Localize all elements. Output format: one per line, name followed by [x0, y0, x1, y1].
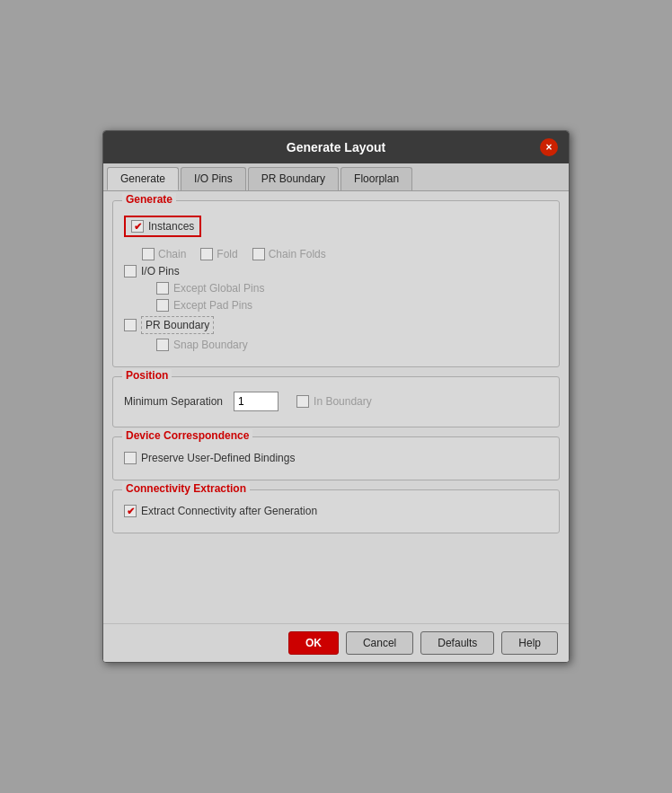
device-correspondence-title: Device Correspondence: [122, 429, 252, 442]
generate-section-body: Instances Chain Fold Chain Fold: [124, 216, 548, 351]
preserve-bindings-row: Preserve User-Defined Bindings: [124, 452, 548, 464]
instances-checkbox-wrap[interactable]: Instances: [124, 216, 201, 237]
in-boundary-label: In Boundary: [314, 395, 372, 408]
pr-boundary-checkbox[interactable]: [124, 319, 137, 331]
snap-boundary-checkbox[interactable]: [156, 339, 169, 351]
close-button[interactable]: ×: [540, 138, 558, 156]
cancel-button[interactable]: Cancel: [346, 631, 413, 655]
fold-checkbox-wrap[interactable]: Fold: [200, 248, 237, 260]
extract-connectivity-row: Extract Connectivity after Generation: [124, 505, 548, 517]
ok-button[interactable]: OK: [288, 631, 339, 655]
chain-checkbox[interactable]: [142, 248, 155, 260]
min-sep-input[interactable]: [234, 392, 279, 411]
chain-checkbox-wrap[interactable]: Chain: [142, 248, 186, 260]
generate-layout-dialog: Generate Layout × Generate I/O Pins PR B…: [102, 130, 570, 663]
io-pins-label: I/O Pins: [141, 265, 180, 278]
pr-boundary-checkbox-wrap[interactable]: PR Boundary: [124, 316, 214, 334]
position-section-body: Minimum Separation In Boundary: [124, 392, 548, 411]
dialog-content: Generate Instances Chain: [103, 191, 569, 623]
position-section: Position Minimum Separation In Boundary: [112, 376, 560, 427]
connectivity-extraction-body: Extract Connectivity after Generation: [124, 505, 548, 517]
tabs-bar: Generate I/O Pins PR Boundary Floorplan: [103, 163, 569, 191]
snap-boundary-label: Snap Boundary: [173, 339, 248, 351]
chain-folds-checkbox-wrap[interactable]: Chain Folds: [252, 248, 326, 260]
position-section-title: Position: [122, 369, 172, 382]
device-correspondence-section: Device Correspondence Preserve User-Defi…: [112, 436, 560, 480]
connectivity-extraction-section: Connectivity Extraction Extract Connecti…: [112, 489, 560, 533]
help-button[interactable]: Help: [501, 631, 558, 655]
tab-pr-boundary[interactable]: PR Boundary: [248, 167, 339, 190]
pr-boundary-label: PR Boundary: [141, 316, 214, 334]
in-boundary-checkbox[interactable]: [296, 395, 309, 408]
in-boundary-checkbox-wrap[interactable]: In Boundary: [296, 395, 372, 408]
instances-row: Instances: [124, 216, 548, 242]
io-pins-row: I/O Pins: [124, 265, 548, 278]
extract-connectivity-checkbox[interactable]: [124, 505, 137, 517]
min-sep-row: Minimum Separation In Boundary: [124, 392, 548, 411]
except-pad-pins-row: Except Pad Pins: [124, 299, 548, 312]
min-sep-label: Minimum Separation: [124, 395, 223, 408]
except-global-pins-row: Except Global Pins: [124, 282, 548, 295]
tab-io-pins[interactable]: I/O Pins: [181, 167, 246, 190]
except-global-pins-checkbox-wrap[interactable]: Except Global Pins: [156, 282, 264, 295]
except-pad-pins-label: Except Pad Pins: [173, 299, 252, 312]
connectivity-extraction-title: Connectivity Extraction: [122, 482, 250, 495]
generate-section: Generate Instances Chain: [112, 200, 560, 367]
fold-checkbox[interactable]: [200, 248, 213, 260]
dialog-title: Generate Layout: [132, 140, 540, 154]
io-pins-checkbox-wrap[interactable]: I/O Pins: [124, 265, 180, 278]
device-correspondence-body: Preserve User-Defined Bindings: [124, 452, 548, 464]
chain-folds-label: Chain Folds: [269, 248, 326, 260]
extract-connectivity-checkbox-wrap[interactable]: Extract Connectivity after Generation: [124, 505, 317, 517]
extract-connectivity-label: Extract Connectivity after Generation: [141, 505, 317, 517]
chain-folds-checkbox[interactable]: [252, 248, 265, 260]
except-pad-pins-checkbox-wrap[interactable]: Except Pad Pins: [156, 299, 252, 312]
except-pad-pins-checkbox[interactable]: [156, 299, 169, 312]
except-global-pins-checkbox[interactable]: [156, 282, 169, 295]
io-pins-checkbox[interactable]: [124, 265, 137, 278]
content-spacer: [112, 542, 560, 614]
defaults-button[interactable]: Defaults: [420, 631, 494, 655]
generate-section-title: Generate: [122, 193, 176, 206]
footer: OK Cancel Defaults Help: [103, 623, 569, 662]
preserve-bindings-checkbox[interactable]: [124, 452, 137, 464]
snap-boundary-checkbox-wrap[interactable]: Snap Boundary: [156, 339, 248, 351]
instances-checkbox[interactable]: [131, 220, 144, 233]
preserve-bindings-label: Preserve User-Defined Bindings: [141, 452, 295, 464]
tab-generate[interactable]: Generate: [107, 167, 179, 190]
instances-label: Instances: [148, 220, 194, 233]
pr-boundary-row: PR Boundary: [124, 316, 548, 334]
title-bar: Generate Layout ×: [103, 131, 569, 163]
chain-fold-row: Chain Fold Chain Folds: [124, 248, 548, 260]
tab-floorplan[interactable]: Floorplan: [340, 167, 412, 190]
except-global-pins-label: Except Global Pins: [173, 282, 264, 295]
preserve-bindings-checkbox-wrap[interactable]: Preserve User-Defined Bindings: [124, 452, 295, 464]
chain-label: Chain: [158, 248, 186, 260]
snap-boundary-row: Snap Boundary: [124, 339, 548, 351]
fold-label: Fold: [217, 248, 237, 260]
